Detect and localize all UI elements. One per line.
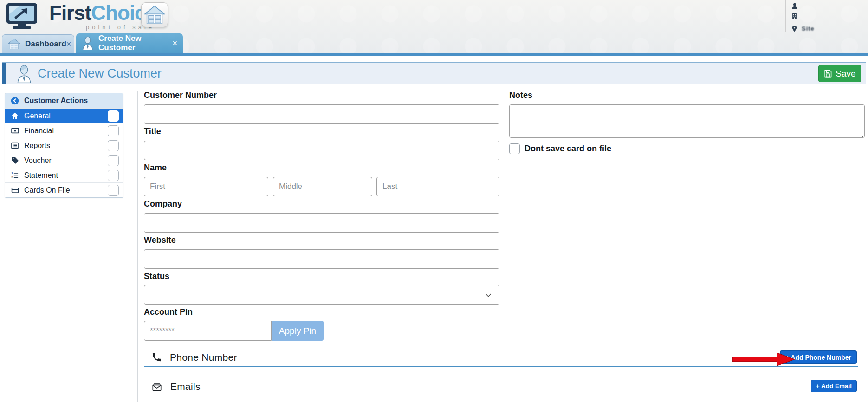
user-row[interactable] (791, 1, 815, 11)
customer-actions-header[interactable]: Customer Actions (5, 93, 123, 108)
statement-checkbox[interactable] (108, 170, 119, 181)
tab-create-close-icon[interactable]: × (172, 39, 177, 47)
monitor-logo-icon (6, 3, 43, 29)
customer-number-label: Customer Number (144, 91, 217, 100)
general-checkbox[interactable] (108, 110, 119, 122)
tab-dashboard-close-icon[interactable]: × (66, 40, 71, 48)
tab-create-new-customer[interactable]: Create New Customer × (76, 33, 183, 53)
sidebar-item-label: Statement (24, 171, 58, 180)
reports-checkbox[interactable] (108, 140, 119, 151)
site-row[interactable]: Site (791, 24, 815, 33)
svg-text:1: 1 (11, 171, 13, 175)
emails-section-title: Emails (170, 381, 201, 392)
home-icon (10, 112, 20, 120)
tab-dashboard[interactable]: Dashboard × (2, 34, 74, 53)
sidebar-item-label: Reports (24, 142, 50, 150)
page-title: Create New Customer (38, 66, 162, 81)
cards-on-file-checkbox[interactable] (108, 185, 119, 196)
title-input[interactable] (144, 141, 499, 160)
apply-pin-button[interactable]: Apply Pin (272, 321, 324, 341)
numbered-list-icon: 1 2 (10, 171, 20, 179)
sidebar-item-label: Cards On File (24, 186, 70, 195)
name-label: Name (144, 163, 167, 173)
customer-actions-panel: Customer Actions General Financial (5, 93, 123, 198)
sidebar-item-cards-on-file[interactable]: Cards On File (5, 182, 123, 197)
tag-icon (10, 156, 20, 164)
status-label: Status (144, 272, 169, 281)
financial-checkbox[interactable] (108, 125, 119, 136)
sidebar-item-financial[interactable]: Financial (5, 123, 123, 138)
app-window: FirstChoice point of sale (0, 0, 868, 402)
content-divider (137, 91, 138, 402)
add-phone-number-button[interactable]: + Add Phone Number (780, 350, 857, 364)
emails-section-header: Emails + Add Email (144, 378, 858, 396)
location-pin-icon (791, 25, 798, 32)
dont-save-card-checkbox[interactable] (509, 143, 520, 154)
back-arrow-circle-icon (10, 97, 20, 105)
sidebar-item-statement[interactable]: 1 2 Statement (5, 168, 123, 182)
house-icon (144, 5, 165, 25)
sidebar-item-label: General (24, 112, 51, 120)
brand-first: First (49, 1, 91, 24)
status-select[interactable] (144, 285, 499, 305)
customer-person-icon (82, 36, 94, 50)
brand-logo: FirstChoice point of sale (6, 3, 156, 30)
customer-number-input[interactable] (144, 104, 499, 124)
add-email-button[interactable]: + Add Email (811, 380, 857, 392)
middle-name-input[interactable] (273, 177, 372, 196)
dashboard-house-icon (8, 38, 20, 50)
header-person-icon (16, 65, 32, 85)
sidebar-item-label: Voucher (24, 156, 52, 165)
sidebar-item-voucher[interactable]: Voucher (5, 153, 123, 168)
website-input[interactable] (144, 249, 499, 269)
cash-icon (10, 127, 20, 135)
chevron-down-icon (484, 292, 492, 299)
customer-actions-title: Customer Actions (24, 97, 88, 105)
save-button-label: Save (836, 69, 855, 79)
building-icon (791, 13, 798, 20)
emails-icon (151, 382, 162, 392)
floppy-save-icon (823, 69, 832, 78)
context-info: Site (791, 1, 815, 34)
brand-wordmark: FirstChoice point of sale (49, 3, 156, 30)
tab-strip-accent (0, 53, 868, 56)
sidebar-item-reports[interactable]: Reports (5, 138, 123, 153)
sidebar-item-label: Financial (24, 127, 54, 135)
notes-textarea[interactable] (509, 104, 865, 138)
phone-section-title: Phone Number (170, 352, 237, 363)
company-row[interactable] (791, 12, 815, 21)
dont-save-card-label: Dont save card on file (525, 144, 611, 154)
title-label: Title (144, 127, 161, 136)
notes-label: Notes (509, 91, 532, 100)
dont-save-card-row: Dont save card on file (509, 143, 611, 154)
user-icon (791, 2, 798, 10)
sidebar-item-general[interactable]: General (5, 108, 123, 123)
tab-dashboard-label: Dashboard (25, 39, 66, 49)
home-dashboard-button[interactable] (141, 2, 168, 27)
page-header: Create New Customer Save (2, 62, 866, 84)
first-name-input[interactable] (144, 177, 268, 196)
report-list-icon (10, 142, 20, 149)
company-input[interactable] (144, 213, 499, 233)
voucher-checkbox[interactable] (108, 155, 119, 166)
account-pin-label: Account Pin (144, 307, 193, 317)
credit-card-icon (10, 187, 20, 194)
website-label: Website (144, 235, 176, 245)
phone-number-section-header: Phone Number + Add Phone Number (144, 348, 858, 367)
site-name-label: Site (802, 25, 815, 32)
last-name-input[interactable] (376, 177, 499, 196)
brand-tagline: point of sale (49, 24, 156, 30)
account-pin-input[interactable] (144, 321, 272, 341)
header-accent-bar (2, 63, 6, 84)
topbar-divider (785, 0, 786, 32)
company-label: Company (144, 199, 182, 209)
phone-icon (151, 352, 162, 363)
tab-create-label: Create New Customer (98, 34, 172, 52)
save-button[interactable]: Save (818, 65, 861, 82)
svg-text:2: 2 (11, 175, 13, 179)
